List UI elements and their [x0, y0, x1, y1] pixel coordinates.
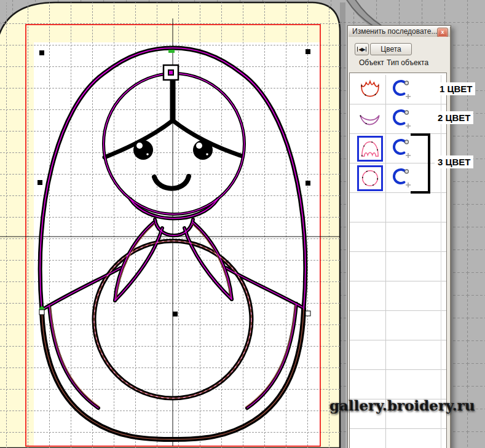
nav-arrows-icon: ◀▶	[358, 47, 365, 52]
canvas-edge-shadow	[340, 2, 345, 448]
object-thumbnail-crescent	[357, 106, 383, 132]
handle-mid-left[interactable]	[37, 180, 42, 185]
color-group-bracket	[411, 133, 430, 194]
sequence-row-1[interactable]	[350, 75, 445, 104]
sequence-panel: Изменить последовате... x ◀▶ Цвета Объек…	[347, 25, 451, 448]
collapse-panel-button[interactable]: ◀▶	[355, 43, 369, 55]
nav-bar-left-icon	[357, 47, 358, 52]
column-object-type: Тип объекта	[387, 58, 428, 67]
handle-top-left[interactable]	[39, 50, 44, 55]
object-thumbnail-circle	[357, 165, 383, 191]
sequence-row-2[interactable]	[350, 104, 445, 134]
workspace: Изменить последовате... x ◀▶ Цвета Объек…	[0, 0, 485, 448]
watermark: gallery.broidery.ru	[329, 397, 475, 414]
color-annotation-1: 1 ЦВЕТ	[436, 82, 475, 95]
sequence-row-3[interactable]	[350, 134, 445, 163]
run-stitch-icon	[391, 108, 416, 129]
object-thumbnail-headscarf	[357, 77, 383, 103]
colors-button[interactable]: Цвета	[370, 43, 412, 55]
handle-mid-right[interactable]	[306, 181, 310, 186]
panel-title: Изменить последовате...	[352, 27, 437, 36]
handle-bottom-left[interactable]	[39, 310, 44, 315]
object-thumbnail-dress	[357, 136, 383, 162]
object-list[interactable]	[349, 73, 447, 448]
close-icon[interactable]: x	[437, 28, 448, 37]
handle-bottom-right[interactable]	[306, 311, 310, 316]
panel-titlebar[interactable]: Изменить последовате... x	[349, 26, 450, 37]
color-annotation-2: 2 ЦВЕТ	[435, 111, 473, 124]
run-stitch-icon	[391, 79, 416, 100]
handle-bottom-mid[interactable]	[173, 312, 178, 316]
nav-bar-right-icon	[366, 47, 366, 52]
color-annotation-3: 3 ЦВЕТ	[435, 155, 473, 168]
handle-top-right[interactable]	[306, 49, 310, 54]
start-point-marker[interactable]	[164, 65, 178, 80]
sequence-row-4[interactable]	[350, 163, 445, 193]
column-object: Объект	[359, 58, 384, 67]
